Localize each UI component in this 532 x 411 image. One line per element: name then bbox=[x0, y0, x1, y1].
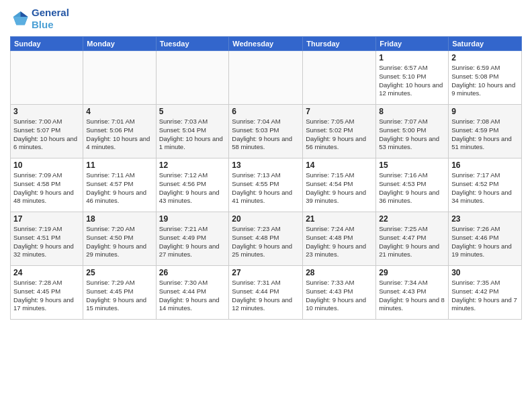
calendar-cell: 25Sunrise: 7:29 AMSunset: 4:45 PMDayligh… bbox=[83, 266, 156, 320]
weekday-header-saturday: Saturday bbox=[449, 37, 522, 51]
weekday-header-friday: Friday bbox=[376, 37, 449, 51]
weekday-header-sunday: Sunday bbox=[11, 37, 83, 51]
calendar-cell: 21Sunrise: 7:24 AMSunset: 4:48 PMDayligh… bbox=[303, 212, 376, 266]
day-number: 14 bbox=[306, 161, 373, 170]
day-info: Sunrise: 7:21 AMSunset: 4:49 PMDaylight:… bbox=[159, 225, 226, 259]
day-info: Sunrise: 7:09 AMSunset: 4:58 PMDaylight:… bbox=[13, 171, 80, 205]
day-number: 16 bbox=[451, 161, 519, 170]
weekday-header-wednesday: Wednesday bbox=[229, 37, 303, 51]
calendar-cell bbox=[303, 51, 376, 105]
day-info: Sunrise: 7:24 AMSunset: 4:48 PMDaylight:… bbox=[306, 225, 373, 259]
calendar-cell: 14Sunrise: 7:15 AMSunset: 4:54 PMDayligh… bbox=[303, 158, 376, 212]
day-number: 24 bbox=[13, 268, 80, 277]
day-number: 18 bbox=[86, 214, 152, 224]
calendar-cell: 18Sunrise: 7:20 AMSunset: 4:50 PMDayligh… bbox=[83, 212, 156, 266]
day-number: 10 bbox=[13, 161, 80, 170]
day-number: 25 bbox=[86, 268, 152, 277]
calendar-cell: 17Sunrise: 7:19 AMSunset: 4:51 PMDayligh… bbox=[11, 212, 83, 266]
calendar-table: SundayMondayTuesdayWednesdayThursdayFrid… bbox=[10, 36, 522, 320]
day-number: 4 bbox=[86, 107, 152, 116]
day-number: 11 bbox=[86, 161, 152, 170]
weekday-header-tuesday: Tuesday bbox=[156, 37, 229, 51]
day-info: Sunrise: 7:04 AMSunset: 5:03 PMDaylight:… bbox=[232, 118, 300, 152]
day-number: 6 bbox=[232, 107, 300, 116]
day-info: Sunrise: 7:30 AMSunset: 4:44 PMDaylight:… bbox=[159, 279, 226, 313]
calendar-cell: 10Sunrise: 7:09 AMSunset: 4:58 PMDayligh… bbox=[11, 158, 83, 212]
calendar-body: 1Sunrise: 6:57 AMSunset: 5:10 PMDaylight… bbox=[11, 51, 522, 320]
day-info: Sunrise: 7:34 AMSunset: 4:43 PMDaylight:… bbox=[379, 279, 445, 313]
calendar-cell: 3Sunrise: 7:00 AMSunset: 5:07 PMDaylight… bbox=[11, 105, 83, 158]
day-info: Sunrise: 7:25 AMSunset: 4:47 PMDaylight:… bbox=[379, 225, 445, 259]
logo-icon bbox=[10, 9, 29, 28]
calendar-cell: 13Sunrise: 7:13 AMSunset: 4:55 PMDayligh… bbox=[229, 158, 303, 212]
calendar-cell: 8Sunrise: 7:07 AMSunset: 5:00 PMDaylight… bbox=[376, 105, 449, 158]
day-info: Sunrise: 7:29 AMSunset: 4:45 PMDaylight:… bbox=[86, 279, 152, 313]
day-number: 17 bbox=[13, 214, 80, 224]
day-number: 5 bbox=[159, 107, 226, 116]
svg-marker-2 bbox=[13, 17, 28, 25]
day-info: Sunrise: 7:17 AMSunset: 4:52 PMDaylight:… bbox=[451, 171, 519, 205]
day-number: 12 bbox=[159, 161, 226, 170]
calendar-cell: 2Sunrise: 6:59 AMSunset: 5:08 PMDaylight… bbox=[449, 51, 522, 105]
calendar-cell bbox=[83, 51, 156, 105]
calendar-cell: 23Sunrise: 7:26 AMSunset: 4:46 PMDayligh… bbox=[449, 212, 522, 266]
week-row-1: 1Sunrise: 6:57 AMSunset: 5:10 PMDaylight… bbox=[11, 51, 522, 105]
day-info: Sunrise: 6:59 AMSunset: 5:08 PMDaylight:… bbox=[451, 64, 519, 98]
day-info: Sunrise: 7:13 AMSunset: 4:55 PMDaylight:… bbox=[232, 171, 300, 205]
day-info: Sunrise: 7:12 AMSunset: 4:56 PMDaylight:… bbox=[159, 171, 226, 205]
day-number: 19 bbox=[159, 214, 226, 224]
day-number: 15 bbox=[379, 161, 445, 170]
day-number: 8 bbox=[379, 107, 445, 116]
week-row-5: 24Sunrise: 7:28 AMSunset: 4:45 PMDayligh… bbox=[11, 266, 522, 320]
day-info: Sunrise: 7:11 AMSunset: 4:57 PMDaylight:… bbox=[86, 171, 152, 205]
logo-text: General Blue bbox=[32, 7, 69, 31]
calendar-cell: 15Sunrise: 7:16 AMSunset: 4:53 PMDayligh… bbox=[376, 158, 449, 212]
calendar-cell: 30Sunrise: 7:35 AMSunset: 4:42 PMDayligh… bbox=[449, 266, 522, 320]
day-number: 23 bbox=[451, 214, 519, 224]
calendar-cell: 19Sunrise: 7:21 AMSunset: 4:49 PMDayligh… bbox=[156, 212, 229, 266]
day-number: 1 bbox=[379, 53, 445, 62]
calendar-cell: 29Sunrise: 7:34 AMSunset: 4:43 PMDayligh… bbox=[376, 266, 449, 320]
day-number: 26 bbox=[159, 268, 226, 277]
day-info: Sunrise: 7:03 AMSunset: 5:04 PMDaylight:… bbox=[159, 118, 226, 152]
day-info: Sunrise: 7:19 AMSunset: 4:51 PMDaylight:… bbox=[13, 225, 80, 259]
weekday-header-thursday: Thursday bbox=[303, 37, 376, 51]
day-info: Sunrise: 7:31 AMSunset: 4:44 PMDaylight:… bbox=[232, 279, 300, 313]
calendar-cell: 28Sunrise: 7:33 AMSunset: 4:43 PMDayligh… bbox=[303, 266, 376, 320]
day-info: Sunrise: 7:01 AMSunset: 5:06 PMDaylight:… bbox=[86, 118, 152, 152]
day-info: Sunrise: 7:23 AMSunset: 4:48 PMDaylight:… bbox=[232, 225, 300, 259]
day-number: 9 bbox=[451, 107, 519, 116]
day-info: Sunrise: 7:05 AMSunset: 5:02 PMDaylight:… bbox=[306, 118, 373, 152]
calendar-cell: 11Sunrise: 7:11 AMSunset: 4:57 PMDayligh… bbox=[83, 158, 156, 212]
day-info: Sunrise: 7:35 AMSunset: 4:42 PMDaylight:… bbox=[451, 279, 519, 313]
day-number: 13 bbox=[232, 161, 300, 170]
weekday-row: SundayMondayTuesdayWednesdayThursdayFrid… bbox=[11, 37, 522, 51]
day-info: Sunrise: 7:28 AMSunset: 4:45 PMDaylight:… bbox=[13, 279, 80, 313]
day-info: Sunrise: 7:16 AMSunset: 4:53 PMDaylight:… bbox=[379, 171, 445, 205]
week-row-2: 3Sunrise: 7:00 AMSunset: 5:07 PMDaylight… bbox=[11, 105, 522, 158]
day-number: 27 bbox=[232, 268, 300, 277]
calendar-cell: 7Sunrise: 7:05 AMSunset: 5:02 PMDaylight… bbox=[303, 105, 376, 158]
calendar-cell: 27Sunrise: 7:31 AMSunset: 4:44 PMDayligh… bbox=[229, 266, 303, 320]
day-number: 29 bbox=[379, 268, 445, 277]
calendar-cell: 22Sunrise: 7:25 AMSunset: 4:47 PMDayligh… bbox=[376, 212, 449, 266]
day-info: Sunrise: 7:15 AMSunset: 4:54 PMDaylight:… bbox=[306, 171, 373, 205]
day-info: Sunrise: 7:26 AMSunset: 4:46 PMDaylight:… bbox=[451, 225, 519, 259]
calendar-cell: 24Sunrise: 7:28 AMSunset: 4:45 PMDayligh… bbox=[11, 266, 83, 320]
calendar-cell: 12Sunrise: 7:12 AMSunset: 4:56 PMDayligh… bbox=[156, 158, 229, 212]
calendar-cell bbox=[229, 51, 303, 105]
calendar-cell: 20Sunrise: 7:23 AMSunset: 4:48 PMDayligh… bbox=[229, 212, 303, 266]
day-number: 28 bbox=[306, 268, 373, 277]
calendar-cell: 16Sunrise: 7:17 AMSunset: 4:52 PMDayligh… bbox=[449, 158, 522, 212]
header: General Blue bbox=[10, 7, 522, 31]
calendar-cell: 6Sunrise: 7:04 AMSunset: 5:03 PMDaylight… bbox=[229, 105, 303, 158]
calendar-cell bbox=[11, 51, 83, 105]
week-row-3: 10Sunrise: 7:09 AMSunset: 4:58 PMDayligh… bbox=[11, 158, 522, 212]
calendar-cell: 1Sunrise: 6:57 AMSunset: 5:10 PMDaylight… bbox=[376, 51, 449, 105]
weekday-header-monday: Monday bbox=[83, 37, 156, 51]
day-info: Sunrise: 6:57 AMSunset: 5:10 PMDaylight:… bbox=[379, 64, 445, 98]
day-number: 3 bbox=[13, 107, 80, 116]
svg-marker-1 bbox=[21, 11, 28, 17]
page: General Blue SundayMondayTuesdayWednesda… bbox=[0, 0, 532, 411]
day-number: 2 bbox=[451, 53, 519, 62]
